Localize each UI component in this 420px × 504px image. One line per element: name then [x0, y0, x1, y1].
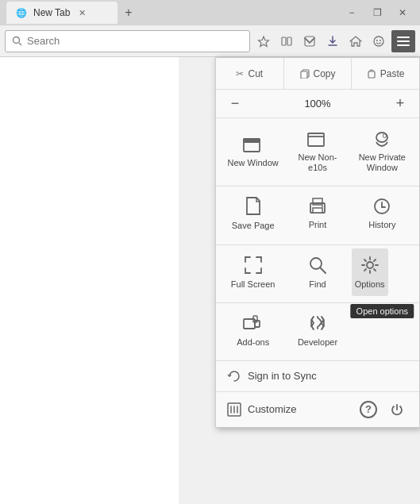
zoom-value: 100% — [246, 98, 389, 110]
history-label: History — [368, 220, 395, 230]
svg-rect-23 — [313, 208, 322, 213]
find-icon — [307, 255, 328, 275]
options-tooltip-wrap: Options Open options — [352, 248, 413, 296]
history-button[interactable]: History — [352, 190, 413, 237]
svg-point-8 — [380, 40, 381, 41]
download-icon[interactable] — [322, 31, 343, 52]
developer-button[interactable]: Developer — [287, 306, 348, 354]
print-label: Print — [309, 220, 327, 230]
customize-item[interactable]: Customize — [227, 402, 357, 417]
new-window-label: New Window — [228, 158, 279, 168]
cut-icon: ✂ — [236, 68, 244, 79]
options-gear-icon — [360, 255, 380, 275]
copy-button[interactable]: Copy — [284, 58, 353, 89]
svg-rect-13 — [301, 71, 307, 79]
main-content-area — [0, 57, 179, 504]
bottom-action-icons: ? — [357, 398, 408, 421]
menu-row-2: Save Page Print History — [216, 187, 419, 244]
find-button[interactable]: Find — [287, 248, 348, 296]
svg-rect-4 — [287, 37, 291, 45]
new-non-e10s-icon — [307, 131, 328, 148]
help-button[interactable]: ? — [357, 398, 380, 421]
help-icon: ? — [360, 401, 377, 418]
minimize-button[interactable]: − — [341, 4, 363, 21]
restore-button[interactable]: ❐ — [366, 4, 388, 21]
private-window-icon — [372, 131, 392, 148]
paste-button[interactable]: Paste — [352, 58, 419, 89]
paste-icon — [367, 69, 376, 79]
new-tab-button[interactable]: + — [118, 2, 140, 24]
sync-avatar-icon[interactable] — [368, 31, 389, 52]
svg-rect-3 — [282, 37, 286, 45]
copy-icon — [300, 69, 310, 79]
new-non-e10s-label: New Non-e10s — [290, 152, 345, 173]
sign-in-sync-item[interactable]: Sign in to Sync — [216, 361, 419, 392]
pocket-icon[interactable] — [299, 31, 320, 52]
svg-rect-5 — [305, 37, 314, 46]
addons-icon — [242, 313, 264, 333]
full-screen-icon — [243, 255, 264, 275]
customize-icon — [227, 402, 241, 417]
close-window-button[interactable]: ✕ — [391, 4, 414, 21]
reader-mode-icon[interactable] — [276, 31, 297, 52]
print-icon — [307, 197, 328, 216]
tab-favicon: 🌐 — [16, 8, 27, 18]
svg-rect-16 — [244, 139, 260, 142]
menu-row-1: New Window New Non-e10s New Private Wind… — [216, 118, 419, 187]
paste-label: Paste — [380, 68, 405, 79]
svg-point-30 — [367, 262, 373, 268]
hamburger-icon — [397, 36, 410, 47]
bookmark-star-icon[interactable] — [253, 31, 274, 52]
copy-label: Copy — [314, 68, 336, 79]
svg-marker-2 — [259, 37, 269, 47]
customize-label: Customize — [248, 403, 296, 415]
new-window-button[interactable]: New Window — [222, 125, 283, 179]
power-icon — [390, 402, 404, 417]
search-input[interactable] — [27, 35, 243, 47]
svg-point-6 — [374, 37, 383, 46]
save-page-label: Save Page — [232, 221, 275, 231]
developer-icon — [307, 313, 328, 333]
nav-bar — [0, 25, 420, 57]
svg-rect-14 — [368, 71, 375, 78]
svg-line-29 — [320, 267, 326, 273]
svg-rect-17 — [308, 133, 324, 146]
edit-row: ✂ Cut Copy Paste — [216, 58, 419, 90]
save-page-icon — [245, 196, 262, 217]
zoom-row: − 100% + — [216, 90, 419, 118]
home-icon[interactable] — [345, 31, 366, 52]
svg-line-1 — [19, 43, 21, 45]
cut-label: Cut — [248, 68, 263, 79]
sign-in-sync-label: Sign in to Sync — [248, 370, 317, 382]
full-screen-button[interactable]: Full Screen — [222, 248, 283, 296]
tab-close-button[interactable]: ✕ — [76, 7, 87, 18]
full-screen-label: Full Screen — [231, 279, 276, 290]
open-options-tooltip: Open options — [351, 304, 414, 318]
history-icon — [372, 197, 391, 216]
print-button[interactable]: Print — [287, 190, 348, 237]
zoom-out-button[interactable]: − — [224, 93, 246, 115]
search-bar[interactable] — [5, 30, 250, 52]
window-controls: − ❐ ✕ — [341, 4, 414, 21]
nav-icons — [253, 30, 415, 52]
svg-point-24 — [322, 206, 323, 207]
addons-button[interactable]: Add-ons — [222, 306, 283, 354]
svg-point-0 — [13, 37, 20, 44]
zoom-in-button[interactable]: + — [389, 93, 411, 115]
save-page-button[interactable]: Save Page — [222, 190, 283, 237]
developer-label: Developer — [298, 337, 337, 348]
browser-tab[interactable]: 🌐 New Tab ✕ — [6, 2, 118, 24]
svg-point-20 — [383, 134, 387, 138]
options-button[interactable]: Options — [352, 248, 388, 296]
cut-button[interactable]: ✂ Cut — [216, 58, 284, 89]
power-button[interactable] — [386, 398, 408, 421]
browser-menu-dropdown: ✂ Cut Copy Paste − 100% + — [215, 57, 420, 428]
new-non-e10s-button[interactable]: New Non-e10s — [287, 125, 348, 179]
find-label: Find — [309, 279, 326, 290]
new-private-window-label: New Private Window — [355, 152, 410, 173]
options-label: Options — [355, 279, 385, 290]
hamburger-menu-button[interactable] — [391, 30, 415, 52]
new-private-window-button[interactable]: New Private Window — [352, 125, 413, 179]
menu-row-3: Full Screen Find Options — [216, 245, 419, 303]
title-bar: 🌐 New Tab ✕ + − ❐ ✕ — [0, 0, 420, 25]
